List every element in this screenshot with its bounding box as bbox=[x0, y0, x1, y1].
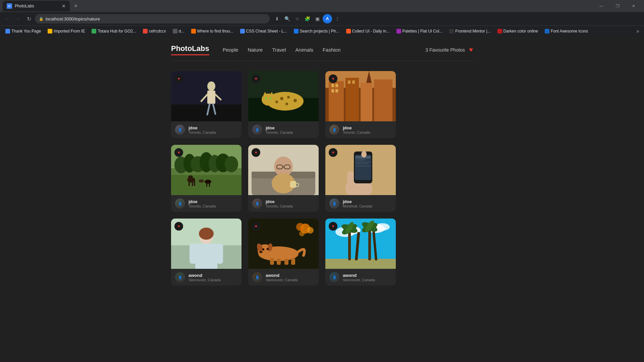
menu-button[interactable]: ⋮ bbox=[333, 14, 342, 23]
user-details: awond Vancouver, Canada bbox=[343, 273, 375, 282]
favourite-badge[interactable]: ♥ bbox=[329, 222, 337, 231]
bookmark-imported[interactable]: Imported From IE bbox=[45, 27, 88, 35]
bookmark-icon bbox=[92, 29, 96, 34]
photo-card[interactable]: ♥ 👤 awond Vancouver, Canada bbox=[248, 219, 319, 286]
photo-info: 👤 awond Vancouver, Canada bbox=[248, 269, 319, 286]
bookmark-label: Totara Hub for GO2... bbox=[98, 29, 136, 34]
new-tab-button[interactable]: + bbox=[71, 1, 80, 11]
bookmark-label: Where to find thou... bbox=[197, 29, 233, 34]
lock-icon: 🔒 bbox=[39, 17, 44, 21]
svg-rect-78 bbox=[195, 244, 217, 269]
bookmark-icon bbox=[173, 29, 177, 34]
photo-image: ♥ bbox=[171, 219, 241, 269]
bookmark-star-button[interactable]: ☆ bbox=[292, 14, 302, 23]
page-content: PhotoLabs People Nature Travel Animals F… bbox=[0, 36, 644, 362]
favourite-badge[interactable]: ♥ bbox=[252, 222, 260, 231]
bookmark-frontend-mentor[interactable]: Frontend Mentor |... bbox=[446, 27, 493, 35]
bookmark-totara[interactable]: Totara Hub for GO2... bbox=[89, 27, 139, 35]
back-button[interactable]: ← bbox=[3, 14, 12, 23]
favourite-badge[interactable]: ♥ bbox=[174, 222, 183, 231]
favourite-badge[interactable]: ♥ bbox=[252, 148, 260, 157]
photo-card[interactable]: ♥ 👤 jdoe Toronto, Canada bbox=[248, 145, 319, 212]
svg-rect-27 bbox=[374, 79, 392, 121]
address-bar-row: ← → ↻ 🔒 localhost:3000/topics/nature ⬇ 🔍… bbox=[0, 12, 644, 25]
nav-animals[interactable]: Animals bbox=[296, 47, 313, 53]
photo-info: 👤 awond Vancouver, Canada bbox=[325, 269, 396, 286]
user-details: jdoe Montreal, Canada bbox=[343, 199, 372, 208]
extension-button[interactable]: 🧩 bbox=[303, 14, 312, 23]
minimize-button[interactable]: — bbox=[594, 0, 609, 12]
favourite-badge[interactable]: ♥ bbox=[174, 148, 183, 157]
bookmark-label: Thank You Page bbox=[11, 29, 41, 34]
favourite-badge[interactable]: ♥ bbox=[174, 74, 183, 83]
bookmark-search-projects[interactable]: Search projects | Ph... bbox=[291, 27, 342, 35]
heart-icon: ♥ bbox=[255, 76, 257, 81]
photo-card[interactable]: ♥ 👤 jdoe Toronto, Canada bbox=[248, 71, 319, 138]
bookmarks-more-button[interactable]: » bbox=[634, 27, 641, 36]
bookmark-collect-ui[interactable]: Collect UI - Daily in... bbox=[343, 27, 392, 35]
profile-button[interactable]: A bbox=[323, 14, 332, 23]
sidebar-button[interactable]: ▣ bbox=[313, 14, 322, 23]
svg-point-85 bbox=[299, 231, 305, 236]
svg-point-77 bbox=[199, 228, 214, 240]
svg-rect-33 bbox=[352, 80, 355, 84]
svg-rect-32 bbox=[348, 80, 351, 84]
favourite-badge[interactable]: ♥ bbox=[329, 74, 337, 83]
bookmark-icon bbox=[240, 29, 245, 34]
photo-card[interactable]: ♥ 👤 jdoe Toronto, Canada bbox=[325, 71, 396, 138]
site-logo[interactable]: PhotoLabs bbox=[171, 44, 209, 55]
address-bar[interactable]: 🔒 localhost:3000/topics/nature bbox=[35, 14, 270, 23]
svg-point-91 bbox=[267, 248, 269, 250]
active-tab[interactable]: P PhotoLabs ✕ bbox=[3, 1, 70, 11]
bookmark-darken-color[interactable]: Darken color online bbox=[495, 27, 541, 35]
bookmark-font-awesome[interactable]: Font Awesome Icons bbox=[542, 27, 591, 35]
search-button[interactable]: 🔍 bbox=[282, 14, 292, 23]
nav-nature[interactable]: Nature bbox=[248, 47, 263, 53]
close-window-button[interactable]: ✕ bbox=[626, 0, 641, 12]
bookmark-thank-you[interactable]: Thank You Page bbox=[3, 27, 44, 35]
reload-button[interactable]: ↻ bbox=[24, 14, 34, 23]
bookmark-icon bbox=[545, 29, 549, 34]
user-details: jdoe Toronto, Canada bbox=[266, 199, 293, 208]
photo-card[interactable]: ♥ 👤 jdoe Toronto, Canada bbox=[171, 145, 241, 212]
user-avatar: 👤 bbox=[175, 125, 185, 135]
svg-point-73 bbox=[361, 151, 367, 158]
nav-travel[interactable]: Travel bbox=[272, 47, 286, 53]
location: Vancouver, Canada bbox=[189, 278, 221, 282]
photo-info: 👤 jdoe Toronto, Canada bbox=[248, 195, 319, 212]
nav-fashion[interactable]: Fashion bbox=[323, 47, 340, 53]
toolbar-actions: ⬇ 🔍 ☆ 🧩 ▣ A ⋮ bbox=[272, 14, 342, 23]
download-button[interactable]: ⬇ bbox=[272, 14, 282, 23]
bookmark-icon bbox=[346, 29, 351, 34]
photo-card[interactable]: ♥ 👤 awond Vancouver, Canada bbox=[171, 219, 241, 286]
svg-rect-106 bbox=[368, 227, 371, 260]
svg-point-19 bbox=[270, 98, 272, 100]
location: Toronto, Canada bbox=[266, 130, 293, 134]
photo-card[interactable]: ♥ 👤 jdoe Toronto, Canada bbox=[171, 71, 241, 138]
photo-card[interactable]: ♥ 👤 jdoe Montreal, Canada bbox=[325, 145, 396, 212]
photo-info: 👤 jdoe Toronto, Canada bbox=[325, 121, 396, 138]
nav-people[interactable]: People bbox=[223, 47, 238, 53]
tab-close-button[interactable]: ✕ bbox=[62, 3, 66, 9]
photo-grid: ♥ 👤 jdoe Toronto, Canada bbox=[171, 61, 473, 296]
favourite-badge[interactable]: ♥ bbox=[329, 148, 337, 157]
favourite-badge[interactable]: ♥ bbox=[252, 74, 260, 83]
heart-icon: ♥ bbox=[177, 76, 180, 81]
forward-button[interactable]: → bbox=[13, 14, 23, 23]
svg-rect-79 bbox=[190, 244, 196, 264]
bookmark-e[interactable]: Where to find thou... bbox=[189, 27, 236, 35]
location: Vancouver, Canada bbox=[266, 278, 298, 282]
bookmark-label: Font Awesome Icons bbox=[551, 29, 588, 34]
bookmark-css[interactable]: CSS Cheat Sheet - L... bbox=[237, 27, 290, 35]
bookmark-n[interactable]: cefrcdccx bbox=[140, 27, 169, 35]
bookmark-icon bbox=[48, 29, 52, 34]
photo-card[interactable]: ♥ 👤 awond Vancouver, Canada bbox=[325, 219, 396, 286]
bookmark-palettes[interactable]: Palettes | Flat UI Col... bbox=[394, 27, 445, 35]
svg-rect-46 bbox=[189, 181, 190, 186]
bookmark-d[interactable]: d... bbox=[170, 27, 187, 35]
user-details: awond Vancouver, Canada bbox=[266, 273, 298, 282]
user-avatar: 👤 bbox=[252, 125, 262, 135]
window-controls: — ❐ ✕ bbox=[594, 0, 641, 12]
maximize-button[interactable]: ❐ bbox=[610, 0, 625, 12]
heart-icon[interactable]: ♥ bbox=[469, 46, 473, 54]
